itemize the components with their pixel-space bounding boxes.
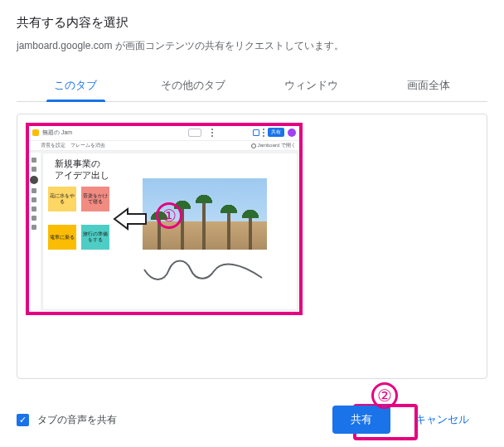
annotation-badge-1: ①: [156, 202, 182, 229]
jamboard-open-icon: [251, 143, 256, 148]
avatar: [288, 129, 296, 137]
laser-tool-icon: [32, 225, 36, 230]
jamboard-canvas: 新規事業の アイデア出し 花に水をやる 音楽をかけて寝る 電車に乗る 旅行の準備…: [42, 153, 298, 310]
jamboard-share-button: 共有: [268, 128, 284, 137]
cancel-button[interactable]: キャンセル: [397, 406, 487, 434]
tab-other-tabs[interactable]: その他のタブ: [134, 70, 252, 101]
share-source-tabs: このタブ その他のタブ ウィンドウ 画面全体: [17, 70, 487, 102]
share-audio-checkbox[interactable]: ✓: [17, 414, 29, 426]
sticky-note: 電車に乗る: [48, 225, 76, 250]
select-tool-icon: [30, 176, 38, 184]
tab-entire-screen[interactable]: 画面全体: [370, 70, 487, 101]
open-with-label: Jamboard で開く: [258, 142, 296, 149]
tab-this-tab[interactable]: このタブ: [17, 70, 134, 101]
scribble-drawing: [141, 258, 265, 286]
image-tool-icon: [32, 197, 36, 202]
frame-selector-icon: [188, 129, 201, 137]
jamboard-topbar: 無題の Jam 共有: [27, 124, 301, 141]
eraser-tool-icon: [32, 167, 36, 172]
pen-tool-icon: [32, 158, 36, 163]
sticky-note: 音楽をかけて寝る: [81, 187, 109, 211]
jamboard-logo-icon: [32, 129, 39, 136]
share-audio-label: タブの音声を共有: [37, 413, 117, 427]
arrow-drawing-icon: [113, 206, 148, 231]
dialog-subtitle: jamboard.google.com が画面コンテンツの共有をリクエストしてい…: [17, 39, 487, 53]
sticky-note: 花に水をやる: [48, 187, 76, 211]
preview-area: 無題の Jam 共有 背景を設定 フレームを消去 Jamboard で開く: [17, 114, 487, 379]
tab-window[interactable]: ウィンドウ: [252, 70, 370, 101]
jamboard-subbar: 背景を設定 フレームを消去 Jamboard で開く: [27, 141, 301, 151]
sticky-tool-icon: [32, 188, 36, 193]
canvas-title: 新規事業の アイデア出し: [55, 158, 109, 182]
annotation-badge-2: ②: [371, 382, 398, 409]
share-button[interactable]: 共有: [332, 406, 390, 434]
jamboard-toolbar: [27, 153, 41, 310]
dialog-footer: ✓ タブの音声を共有 共有 キャンセル: [0, 396, 504, 447]
more-menu-icon: [211, 129, 213, 137]
shape-tool-icon: [32, 206, 36, 211]
text-tool-icon: [32, 216, 36, 221]
grid-icon: [253, 129, 259, 136]
bg-setting-label: 背景を設定: [41, 142, 65, 149]
clear-frame-label: フレームを消去: [70, 142, 105, 149]
sticky-note: 旅行の準備をする: [81, 225, 109, 250]
jamboard-doc-title: 無題の Jam: [42, 129, 72, 137]
overflow-icon: [263, 129, 264, 137]
dialog-title: 共有する内容を選択: [17, 15, 487, 31]
